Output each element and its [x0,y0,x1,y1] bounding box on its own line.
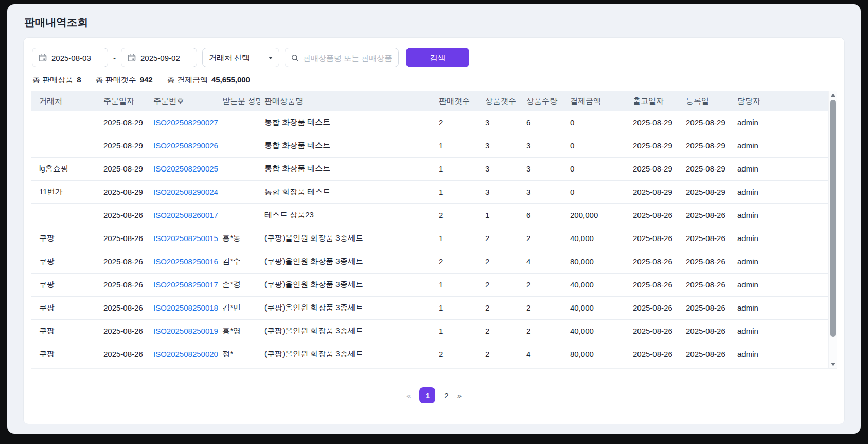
order-no-link[interactable]: ISO202508290027 [153,118,218,127]
cell-item-count: 2 [481,227,522,250]
cell-vendor: 쿠팡 [31,296,99,319]
content-card: 2025-08-03 - 2025-09-02 거래처 선택 [23,37,845,424]
pagination-page-2[interactable]: 2 [444,391,448,400]
sales-table-scroll-area[interactable]: 거래처 주문일자 주문번호 받는분 성명 판매상품명 판매갯수 상품갯수 상품수… [31,91,828,368]
cell-manager: admin [733,180,828,203]
cell-order-date: 2025-08-26 [99,250,149,273]
summary-bar: 총 판매상품 8 총 판매갯수 942 총 결제금액 45,655,000 [32,75,250,85]
order-no-link[interactable]: ISO202508250018 [153,303,218,312]
summary-value: 942 [140,75,153,84]
col-order-date: 주문일자 [99,91,149,111]
order-no-link[interactable]: ISO202508250020 [153,350,218,358]
search-input[interactable] [303,54,392,62]
date-to-input[interactable]: 2025-09-02 [121,48,197,67]
cell-recipient [218,111,260,134]
table-row: 쿠팡2025-08-26ISO202508250017손*경(쿠팡)올인원 화장… [31,273,828,296]
cell-manager: admin [733,157,828,180]
cell-reg-date: 2025-08-29 [682,111,733,134]
search-button[interactable]: 검색 [406,48,469,67]
cell-order-no: ISO202508290024 [149,180,218,203]
cell-manager: admin [733,227,828,250]
pagination-page-1[interactable]: 1 [419,387,435,403]
order-no-link[interactable]: ISO202508250019 [153,327,218,335]
cell-amount: 40,000 [566,273,629,296]
sales-table-container: 거래처 주문일자 주문번호 받는분 성명 판매상품명 판매갯수 상품갯수 상품수… [31,91,837,369]
col-recipient: 받는분 성명 [218,91,260,111]
cell-reg-date: 2025-08-26 [682,319,733,343]
cell-manager: admin [733,296,828,319]
date-from-value: 2025-08-03 [51,54,91,62]
table-row: 쿠팡2025-08-26ISO202508250019홍*영(쿠팡)올인원 화장… [31,319,828,343]
cell-item-count: 3 [481,134,522,157]
pagination-prev-button[interactable]: « [406,391,411,400]
scrollbar-thumb[interactable] [830,100,836,337]
cell-qty: 3 [522,157,566,180]
cell-reg-date: 2025-08-26 [682,227,733,250]
cell-order-no: ISO202508290026 [149,134,218,157]
cell-order-date: 2025-08-26 [99,203,149,227]
cell-item-count: 2 [481,250,522,273]
search-icon [291,54,299,62]
cell-amount: 0 [566,111,629,134]
cell-ship-date: 2025-08-26 [629,250,682,273]
table-row: 11번가2025-08-29ISO202508290024통합 화장품 테스트1… [31,180,828,203]
cell-sale-count: 1 [435,296,481,319]
cell-item-count: 3 [481,180,522,203]
order-no-link[interactable]: ISO202508290024 [153,187,218,196]
table-row: 쿠팡2025-08-26ISO202508250020정*(쿠팡)올인원 화장품… [31,343,828,366]
cell-recipient: 손*경 [218,273,260,296]
order-no-link[interactable]: ISO202508250016 [153,257,218,266]
cell-ship-date: 2025-08-29 [629,180,682,203]
col-ship-date: 출고일자 [629,91,682,111]
scroll-up-icon[interactable] [831,94,835,97]
vertical-scrollbar[interactable] [828,91,837,368]
pagination-next-button[interactable]: » [457,391,462,400]
order-no-link[interactable]: ISO202508250015 [153,234,218,243]
order-no-link[interactable]: ISO202508290026 [153,141,218,150]
cell-amount: 0 [566,134,629,157]
table-body: 2025-08-29ISO202508290027통합 화장품 테스트23602… [31,111,828,366]
cell-order-no: ISO202508250018 [149,296,218,319]
col-reg-date: 등록일 [682,91,733,111]
cell-item-count: 2 [481,343,522,366]
cell-order-no: ISO202508290027 [149,111,218,134]
summary-total-sales-count: 총 판매갯수 942 [96,75,153,85]
date-from-input[interactable]: 2025-08-03 [32,48,108,67]
cell-vendor [31,203,99,227]
order-no-link[interactable]: ISO202508260017 [153,211,218,219]
cell-recipient [218,134,260,157]
chevron-down-icon [269,57,273,59]
cell-qty: 2 [522,319,566,343]
cell-item-count: 2 [481,319,522,343]
table-row: 쿠팡2025-08-26ISO202508250015홍*동(쿠팡)올인원 화장… [31,227,828,250]
cell-manager: admin [733,203,828,227]
cell-vendor: 쿠팡 [31,273,99,296]
cell-reg-date: 2025-08-26 [682,203,733,227]
cell-vendor [31,134,99,157]
cell-order-no: ISO202508250016 [149,250,218,273]
vendor-select[interactable]: 거래처 선택 [202,48,279,67]
sales-table: 거래처 주문일자 주문번호 받는분 성명 판매상품명 판매갯수 상품갯수 상품수… [31,91,828,366]
order-no-link[interactable]: ISO202508250017 [153,280,218,289]
summary-value: 8 [77,75,81,84]
cell-order-no: ISO202508260017 [149,203,218,227]
pagination: « 1 2 » [24,387,844,403]
summary-label: 총 판매상품 [32,75,73,85]
scroll-down-icon[interactable] [831,363,835,366]
col-sale-count: 판매갯수 [435,91,481,111]
col-amount: 결제금액 [566,91,629,111]
summary-value: 45,655,000 [211,75,250,84]
cell-recipient [218,180,260,203]
cell-recipient: 홍*영 [218,319,260,343]
cell-manager: admin [733,319,828,343]
cell-qty: 2 [522,273,566,296]
summary-total-products: 총 판매상품 8 [32,75,81,85]
cell-order-date: 2025-08-26 [99,319,149,343]
col-manager: 담당자 [733,91,828,111]
calendar-icon [128,54,136,62]
cell-product: (쿠팡)올인원 화장품 3종세트 [260,227,435,250]
cell-product: 통합 화장품 테스트 [260,157,435,180]
order-no-link[interactable]: ISO202508290025 [153,164,218,173]
cell-product: 테스트 상품23 [260,203,435,227]
cell-amount: 200,000 [566,203,629,227]
